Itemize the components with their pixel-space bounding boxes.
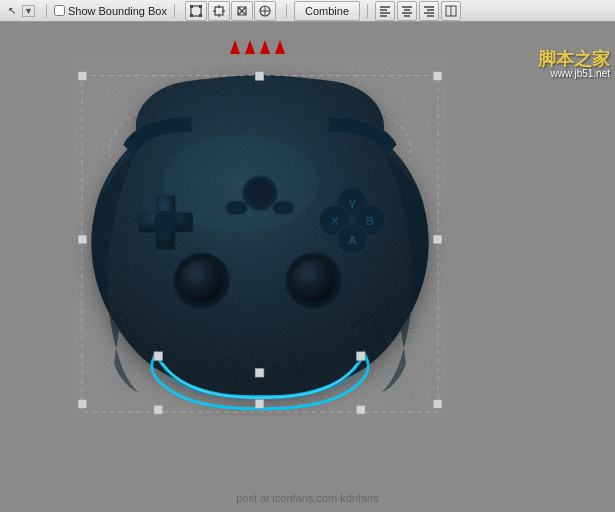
svg-rect-56 (255, 72, 264, 81)
svg-point-36 (189, 270, 205, 282)
controller-container: Y X B A (20, 52, 500, 422)
svg-rect-61 (255, 368, 264, 377)
transform-btn-3[interactable] (231, 1, 253, 21)
svg-rect-62 (356, 352, 365, 361)
svg-point-42 (247, 181, 272, 206)
svg-rect-53 (433, 72, 442, 81)
svg-point-35 (180, 259, 223, 302)
svg-rect-40 (226, 201, 247, 215)
toolbar-separator-2 (174, 4, 175, 18)
combine-button[interactable]: Combine (294, 1, 360, 21)
svg-rect-52 (78, 72, 87, 81)
alignment-btn-group (375, 1, 461, 21)
svg-rect-5 (215, 7, 223, 15)
transform-icon-3 (235, 4, 249, 18)
show-bounding-box-label[interactable]: Show Bounding Box (54, 5, 167, 17)
svg-rect-57 (255, 399, 264, 408)
align-right-btn[interactable] (419, 1, 439, 21)
svg-rect-43 (273, 201, 294, 215)
svg-rect-63 (154, 405, 163, 414)
svg-rect-2 (199, 5, 202, 8)
cursor-dropdown[interactable]: ▼ (22, 5, 35, 17)
svg-point-39 (301, 270, 317, 282)
toolbar: ↖ ▼ Show Bounding Box (0, 0, 615, 22)
watermark-bottom-text: post at iconfans.com kdnfans (236, 492, 378, 504)
controller-svg: Y X B A (25, 57, 495, 417)
toolbar-separator-1 (46, 4, 47, 18)
svg-rect-59 (433, 235, 442, 244)
svg-rect-3 (190, 14, 193, 17)
svg-point-33 (154, 211, 177, 234)
svg-rect-54 (78, 399, 87, 408)
transform-icon-4 (258, 4, 272, 18)
transform-btn-1[interactable] (185, 1, 207, 21)
align-left-btn[interactable] (375, 1, 395, 21)
svg-rect-60 (154, 352, 163, 361)
svg-rect-4 (199, 14, 202, 17)
cursor-icon: ↖ (4, 3, 20, 19)
watermark-bottom: post at iconfans.com kdnfans (236, 492, 378, 504)
svg-text:X: X (331, 214, 339, 227)
show-bounding-box-text: Show Bounding Box (68, 5, 167, 17)
watermark-site-url: www.jb51.net (538, 68, 610, 79)
toolbar-separator-4 (367, 4, 368, 18)
watermark-site-cn: 脚本之家 (538, 50, 610, 68)
transform-icon-2 (212, 4, 226, 18)
svg-point-38 (292, 259, 335, 302)
cursor-tool[interactable]: ↖ ▼ (4, 3, 35, 19)
svg-text:B: B (366, 214, 374, 227)
align-left-icon (379, 5, 391, 17)
svg-rect-55 (433, 399, 442, 408)
align-center-btn[interactable] (397, 1, 417, 21)
distribute-btn[interactable] (441, 1, 461, 21)
transform-btn-group (185, 1, 276, 21)
align-right-icon (423, 5, 435, 17)
align-center-icon (401, 5, 413, 17)
distribute-icon (445, 5, 457, 17)
transform-icon-1 (189, 4, 203, 18)
watermark-top-right: 脚本之家 www.jb51.net (538, 50, 610, 79)
svg-text:Y: Y (349, 197, 357, 210)
transform-btn-2[interactable] (208, 1, 230, 21)
toolbar-separator-3 (286, 4, 287, 18)
show-bounding-box-checkbox[interactable] (54, 5, 65, 16)
canvas: Y X B A (0, 22, 615, 512)
svg-rect-1 (190, 5, 193, 8)
transform-btn-4[interactable] (254, 1, 276, 21)
svg-text:A: A (348, 233, 357, 246)
svg-rect-64 (356, 405, 365, 414)
svg-rect-58 (78, 235, 87, 244)
